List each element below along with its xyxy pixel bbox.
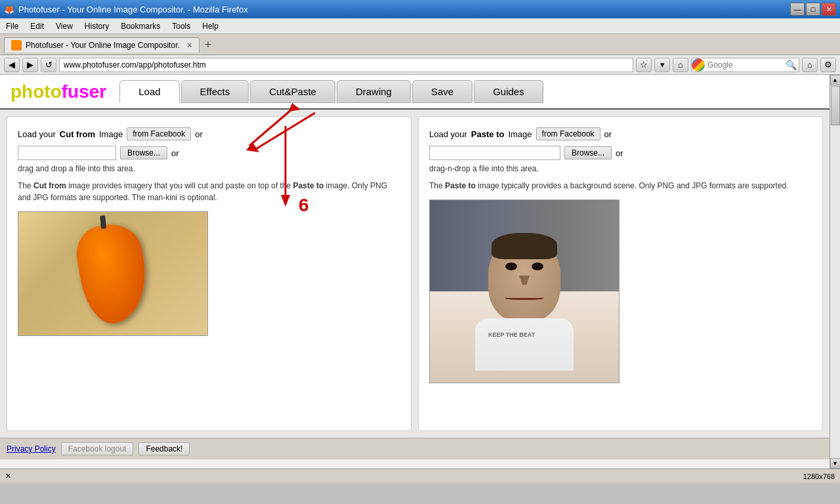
logo-fuser: fuser (62, 81, 106, 102)
page-content: photofuser Load Effects Cut&Paste Drawin… (0, 75, 830, 469)
tab-effects[interactable]: Effects (181, 80, 249, 103)
page-wrapper: photofuser Load Effects Cut&Paste Drawin… (0, 75, 840, 469)
scroll-track[interactable] (830, 85, 840, 458)
logo-photo: photo (10, 81, 62, 102)
left-file-input[interactable] (18, 146, 116, 160)
url-input[interactable] (59, 58, 633, 72)
panels: Load your Cut from Image from Facebook o… (7, 116, 823, 431)
face-person: KEEP THE BEAT (465, 236, 583, 381)
back-button[interactable]: ◀ (4, 58, 20, 72)
menu-file[interactable]: File (3, 20, 22, 32)
menu-history[interactable]: History (81, 20, 112, 32)
right-desc-bold1: Paste to (445, 181, 476, 190)
footer: Privacy Policy Facebook logout Feedback! (0, 438, 830, 459)
right-facebook-button[interactable]: from Facebook (536, 127, 600, 140)
feedback-button[interactable]: Feedback! (138, 442, 190, 455)
home-button[interactable]: ⌂ (673, 58, 688, 72)
face-hair (492, 233, 557, 259)
left-cut-from-label: Cut from (60, 129, 95, 139)
right-file-input[interactable] (429, 146, 560, 160)
face-eye-right (532, 262, 543, 270)
menu-edit[interactable]: Edit (27, 20, 47, 32)
status-left: ✕ (5, 472, 11, 480)
scroll-up-button[interactable]: ▲ (830, 75, 841, 85)
tab-cutpaste[interactable]: Cut&Paste (250, 80, 335, 103)
scroll-thumb[interactable] (831, 86, 840, 125)
menu-bar: File Edit View History Bookmarks Tools H… (0, 18, 840, 34)
right-image-preview: KEEP THE BEAT (429, 200, 620, 383)
bookmark-star[interactable]: ☆ (636, 58, 652, 72)
left-image-preview (18, 211, 208, 336)
address-bar: ◀ ▶ ↺ ☆ ▾ ⌂ 🔍 ⌂ ⚙ (0, 55, 840, 75)
right-desc-part2: image typically provides a background sc… (478, 181, 789, 190)
privacy-policy-link[interactable]: Privacy Policy (7, 444, 56, 453)
face-head (488, 236, 560, 322)
left-desc-text: The Cut from image provides imagery that… (18, 180, 400, 203)
window-title: Photofuser - Your Online Image Composito… (18, 5, 248, 14)
face-eyes (488, 262, 560, 270)
browser-tab-bar: Photofuser - Your Online Image Composito… (0, 34, 840, 55)
tab-close-button[interactable]: ✕ (186, 41, 192, 50)
left-browse-area: Browse... or (18, 146, 400, 160)
left-desc-part1: The (18, 181, 32, 190)
left-panel: Load your Cut from Image from Facebook o… (7, 116, 411, 431)
left-or-label1: or (195, 129, 203, 139)
menu-tools[interactable]: Tools (169, 20, 194, 32)
menu-help[interactable]: Help (199, 20, 222, 32)
browser-tab[interactable]: Photofuser - Your Online Image Composito… (4, 37, 200, 52)
left-facebook-button[interactable]: from Facebook (127, 127, 191, 140)
search-input[interactable] (705, 60, 784, 70)
menu-bookmarks[interactable]: Bookmarks (117, 20, 163, 32)
addon-button[interactable]: ⚙ (820, 58, 836, 72)
firefox-icon: 🦊 (4, 5, 14, 14)
left-browse-button[interactable]: Browse... (120, 146, 167, 159)
pepper-shape (72, 219, 154, 327)
right-load-row: Load your Paste to Image from Facebook o… (429, 127, 812, 140)
scroll-down-button[interactable]: ▼ (830, 458, 841, 469)
face-body-text: KEEP THE BEAT (488, 331, 535, 338)
google-logo (692, 58, 705, 72)
bookmark-down[interactable]: ▾ (654, 58, 670, 72)
maximize-button[interactable]: □ (806, 3, 820, 16)
home-icon-button[interactable]: ⌂ (802, 58, 818, 72)
browser-tab-title: Photofuser - Your Online Image Composito… (26, 41, 180, 50)
right-image-label: Image (508, 129, 532, 139)
tab-guides[interactable]: Guides (474, 80, 543, 103)
left-desc-bold1: Cut from (33, 181, 66, 190)
status-bar: ✕ 840x504 (0, 469, 840, 483)
face-image: KEEP THE BEAT (430, 200, 619, 383)
left-or-label2: or (171, 148, 179, 158)
title-bar-left: 🦊 Photofuser - Your Online Image Composi… (4, 5, 248, 14)
left-load-label: Load your (18, 129, 56, 139)
left-image-label: Image (99, 129, 123, 139)
tab-save[interactable]: Save (412, 80, 472, 103)
menu-view[interactable]: View (52, 20, 76, 32)
left-drag-text: drag and drop a file into this area. (18, 164, 400, 173)
left-desc-bold2: Paste to (293, 181, 324, 190)
pepper-image (18, 211, 207, 336)
right-or-label1: or (604, 129, 612, 139)
tab-favicon (11, 40, 22, 51)
left-load-row: Load your Cut from Image from Facebook o… (18, 127, 400, 140)
tab-load[interactable]: Load (119, 80, 179, 103)
right-desc-text: The Paste to image typically provides a … (429, 180, 812, 192)
right-drag-text: drag-n-drop a file into this area. (429, 164, 812, 173)
forward-button[interactable]: ▶ (22, 58, 38, 72)
title-bar-buttons: — □ ✕ (790, 3, 836, 16)
close-button[interactable]: ✕ (822, 3, 836, 16)
face-mouth (505, 292, 544, 300)
refresh-button[interactable]: ↺ (41, 58, 56, 72)
facebook-logout-button[interactable]: Facebook logout (61, 442, 134, 455)
title-bar: 🦊 Photofuser - Your Online Image Composi… (0, 0, 840, 18)
new-tab-button[interactable]: + (202, 38, 215, 52)
right-desc-part1: The (429, 181, 443, 190)
search-icon[interactable]: 🔍 (784, 60, 799, 70)
face-nose (519, 276, 530, 287)
app-header: photofuser Load Effects Cut&Paste Drawin… (0, 75, 830, 110)
pepper-stem (100, 215, 106, 229)
minimize-button[interactable]: — (790, 3, 805, 16)
right-browse-button[interactable]: Browse... (564, 146, 612, 159)
tab-drawing[interactable]: Drawing (337, 80, 411, 103)
status-dimensions: 840x504 (803, 472, 835, 480)
right-browse-area: Browse... or (429, 146, 812, 160)
